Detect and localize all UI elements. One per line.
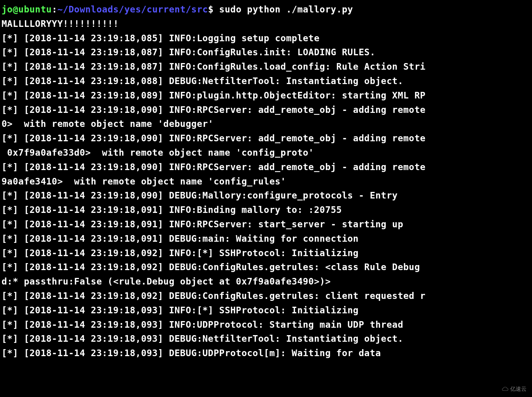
log-line: 0x7f9a0afe33d0> with remote object name … [2,148,314,158]
log-line: [*] [2018-11-14 23:19:18,090] INFO:RPCSe… [2,162,425,172]
log-line: [*] [2018-11-14 23:19:18,091] DEBUG:main… [2,234,359,244]
prompt-host: ubuntu [18,4,52,14]
log-line: [*] [2018-11-14 23:19:18,093] INFO:[*] S… [2,305,359,315]
log-line: [*] [2018-11-14 23:19:18,093] DEBUG:UDPP… [2,348,381,358]
log-line: [*] [2018-11-14 23:19:18,090] INFO:RPCSe… [2,105,425,115]
banner-line: MALLLLORYYY!!!!!!!!!! [2,19,119,29]
watermark: 亿速云 [502,385,527,393]
prompt-line: jo@ubuntu:~/Downloads/yes/current/src$ s… [2,4,353,14]
log-line: [*] [2018-11-14 23:19:18,093] INFO:UDPPr… [2,320,403,330]
log-line: [*] [2018-11-14 23:19:18,091] INFO:Bindi… [2,205,342,215]
prompt-user: jo [2,4,13,14]
log-container: [*] [2018-11-14 23:19:18,085] INFO:Loggi… [2,31,530,360]
log-line: [*] [2018-11-14 23:19:18,088] DEBUG:Netf… [2,76,403,86]
prompt-at: @ [13,4,18,14]
log-line: [*] [2018-11-14 23:19:18,090] INFO:RPCSe… [2,133,425,143]
cloud-icon [502,386,509,391]
log-line: 0> with remote object name 'debugger' [2,119,214,129]
watermark-text: 亿速云 [510,385,527,393]
log-line: 9a0afe3410> with remote object name 'con… [2,176,286,186]
command-text: sudo python ./mallory.py [219,4,353,14]
terminal-output[interactable]: jo@ubuntu:~/Downloads/yes/current/src$ s… [0,0,532,363]
prompt-path: ~/Downloads/yes/current/src [58,4,208,14]
prompt-colon: : [52,4,57,14]
log-line: [*] [2018-11-14 23:19:18,091] INFO:RPCSe… [2,219,403,229]
log-line: [*] [2018-11-14 23:19:18,087] INFO:Confi… [2,47,375,57]
log-line: [*] [2018-11-14 23:19:18,092] INFO:[*] S… [2,248,359,258]
log-line: [*] [2018-11-14 23:19:18,092] DEBUG:Conf… [2,262,425,272]
log-line: [*] [2018-11-14 23:19:18,087] INFO:Confi… [2,61,425,72]
log-line: [*] [2018-11-14 23:19:18,089] INFO:plugi… [2,90,425,100]
log-line: [*] [2018-11-14 23:19:18,085] INFO:Loggi… [2,33,320,43]
log-line: [*] [2018-11-14 23:19:18,093] DEBUG:Netf… [2,334,403,344]
prompt-dollar: $ [208,4,214,14]
log-line: [*] [2018-11-14 23:19:18,092] DEBUG:Conf… [2,291,425,301]
log-line: [*] [2018-11-14 23:19:18,090] DEBUG:Mall… [2,190,398,200]
log-line: d:* passthru:False (<rule.Debug object a… [2,276,331,286]
